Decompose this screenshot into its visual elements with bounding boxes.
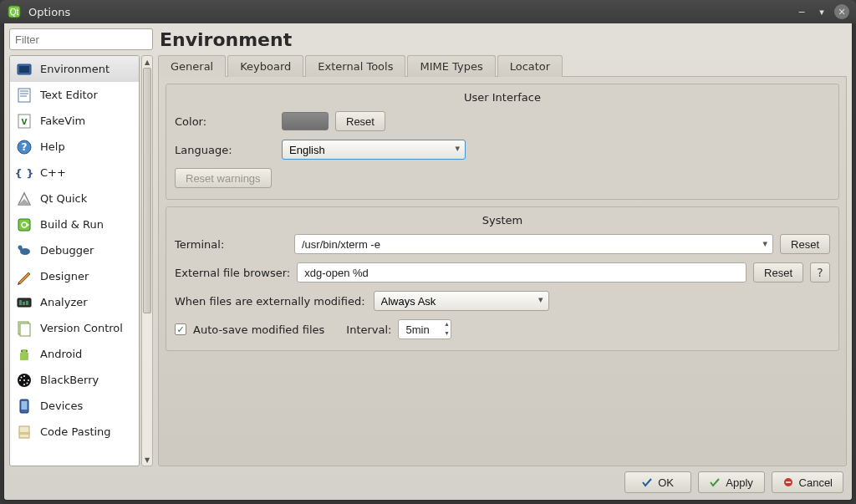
maximize-button[interactable]: ▾ [814,4,829,19]
page-title: Environment [160,29,292,50]
reset-warnings-button[interactable]: Reset warnings [175,168,272,188]
fakevim-icon: V [15,112,33,130]
when-modified-label: When files are externally modified: [175,295,365,308]
autosave-checkbox[interactable]: ✓ [175,323,186,335]
sidebar-item-devices[interactable]: Devices [10,393,139,419]
sidebar-item-designer[interactable]: Designer [10,263,139,289]
apply-button[interactable]: Apply [698,471,765,493]
top-row: Environment [9,28,847,50]
text-editor-icon [15,86,33,104]
svg-point-39 [27,382,28,384]
svg-rect-29 [20,353,28,360]
scroll-down-icon[interactable]: ▼ [142,454,152,466]
tab-mime-types[interactable]: MIME Types [407,55,495,77]
sidebar-item-c-[interactable]: { }C++ [10,160,139,186]
svg-rect-3 [19,66,29,73]
sidebar-item-debugger[interactable]: Debugger [10,237,139,263]
sidebar-item-label: Analyzer [40,296,88,308]
sidebar-item-label: Text Editor [40,89,98,101]
terminal-label: Terminal: [175,238,288,251]
svg-rect-24 [23,302,25,305]
ok-button[interactable]: OK [624,471,691,493]
cancel-label: Cancel [799,476,833,489]
designer-icon [15,267,33,286]
color-reset-button[interactable]: Reset [335,111,385,131]
sidebar-item-version-control[interactable]: Version Control [10,315,139,341]
sidebar-item-label: BlackBerry [40,374,99,386]
tabs: GeneralKeyboardExternal ToolsMIME TypesL… [158,55,847,77]
terminal-combo[interactable] [294,234,773,254]
svg-text:{ }: { } [16,167,33,180]
sidebar-item-fakevim[interactable]: VFakeVim [10,108,139,134]
sidebar-item-label: Debugger [40,244,94,257]
cancel-icon [782,476,794,488]
svg-text:Qt: Qt [10,8,19,17]
svg-point-36 [19,379,21,381]
color-label: Color: [175,115,275,128]
sidebar-item-help[interactable]: ?Help [10,134,139,160]
ext-browser-reset-button[interactable]: Reset [753,262,803,283]
c--icon: { } [15,164,33,182]
svg-rect-43 [18,432,30,435]
main-panel: GeneralKeyboardExternal ToolsMIME TypesL… [158,55,847,466]
close-button[interactable]: ✕ [834,4,849,19]
svg-point-19 [19,247,23,251]
dialog-footer: OK Apply Cancel [9,466,847,495]
help-icon: ? [15,138,33,156]
sidebar-list[interactable]: EnvironmentText EditorVFakeVim?Help{ }C+… [9,55,140,466]
ok-label: OK [658,476,674,489]
window-controls: − ▾ ✕ [794,4,849,19]
sidebar-item-qt-quick[interactable]: Qt Quick [10,186,139,211]
sidebar-item-label: Code Pasting [40,425,111,438]
sidebar-item-label: FakeVim [40,115,85,127]
group-title-system: System [175,214,830,227]
scrollbar-thumb[interactable] [143,68,151,313]
svg-rect-25 [26,301,28,305]
filter-input[interactable] [9,28,153,50]
sidebar-item-blackberry[interactable]: BlackBerry [10,367,139,393]
sidebar-item-label: Android [40,348,82,360]
sidebar-item-label: Build & Run [40,218,104,231]
environment-icon [15,60,33,79]
terminal-reset-button[interactable]: Reset [780,234,830,254]
language-select-wrap [282,140,466,160]
ext-browser-input[interactable] [297,262,746,283]
sidebar-item-analyzer[interactable]: Analyzer [10,289,139,315]
cancel-button[interactable]: Cancel [772,471,843,493]
scroll-up-icon[interactable]: ▲ [142,56,152,68]
sidebar-item-code-pasting[interactable]: Code Pasting [10,419,139,445]
sidebar-item-android[interactable]: Android [10,341,139,367]
sidebar-item-build-run[interactable]: Build & Run [10,211,139,237]
help-icon[interactable]: ? [810,262,830,283]
qt-quick-icon [15,190,33,208]
tab-general[interactable]: General [158,55,226,77]
svg-point-31 [26,350,28,352]
group-title-ui: User Interface [175,91,830,104]
svg-rect-41 [22,401,28,410]
tab-panel-general: User Interface Color: Reset Language: [158,76,847,466]
sidebar-item-text-editor[interactable]: Text Editor [10,82,139,108]
when-modified-select[interactable] [374,291,549,311]
window-title: Options [28,6,794,18]
android-icon [15,345,33,364]
titlebar: Qt Options − ▾ ✕ [0,0,856,23]
sidebar-item-environment[interactable]: Environment [10,56,139,82]
apply-icon [709,476,721,488]
svg-point-35 [23,384,25,385]
language-select[interactable] [282,140,466,160]
svg-point-37 [28,379,29,381]
svg-rect-23 [19,300,22,305]
minimize-button[interactable]: − [794,4,809,19]
sidebar-item-label: C++ [40,166,66,179]
color-swatch[interactable] [282,112,329,130]
sidebar-scrollbar[interactable]: ▲ ▼ [141,55,153,466]
group-user-interface: User Interface Color: Reset Language: [166,84,839,200]
tab-external-tools[interactable]: External Tools [305,55,405,77]
tab-locator[interactable]: Locator [497,55,563,77]
svg-marker-20 [18,272,30,284]
interval-spin[interactable] [398,319,451,339]
analyzer-icon [15,293,33,312]
group-system: System Terminal: Reset External file bro… [166,206,839,351]
tab-keyboard[interactable]: Keyboard [227,55,303,77]
sidebar-item-label: Environment [40,63,110,75]
